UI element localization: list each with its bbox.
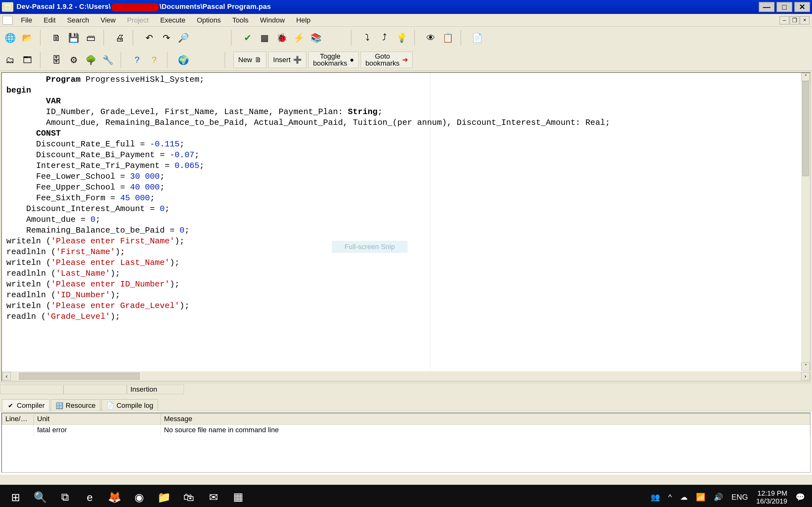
explorer-app[interactable]: 📁 <box>152 486 176 507</box>
mdi-minimize-button[interactable]: – <box>780 16 789 24</box>
tab-resource[interactable]: 🔡Resource <box>51 399 100 411</box>
store-app[interactable]: 🛍 <box>176 486 201 507</box>
menu-view[interactable]: View <box>95 14 121 26</box>
maximize-button[interactable]: □ <box>776 2 792 12</box>
message-row[interactable]: fatal errorNo source file name in comman… <box>2 425 810 436</box>
wifi-icon[interactable]: 📶 <box>696 493 705 502</box>
class-browser-icon[interactable]: 🗄 <box>49 52 64 67</box>
mail-app[interactable]: ✉ <box>201 486 226 507</box>
step-into-icon[interactable]: ⤴ <box>377 30 392 45</box>
menu-options[interactable]: Options <box>191 14 226 26</box>
undo-icon[interactable]: ↶ <box>142 30 157 45</box>
editor-workspace: Program ProgressiveHiSkl_System;begin VA… <box>0 71 812 383</box>
onedrive-icon[interactable]: ☁ <box>680 493 688 502</box>
compile-icon[interactable]: ✔ <box>240 30 255 45</box>
step-over-icon[interactable]: ⤵ <box>360 30 375 45</box>
mdi-restore-button[interactable]: ❐ <box>790 16 799 24</box>
messages-panel: Line/…UnitMessage fatal errorNo source f… <box>1 412 811 473</box>
tree-icon[interactable]: 🌳 <box>83 52 98 67</box>
search-button[interactable]: 🔍 <box>28 486 53 507</box>
tab-compile-log[interactable]: 📄Compile log <box>101 399 158 411</box>
edge-app[interactable]: e <box>78 486 102 507</box>
tools-icon[interactable]: 🔧 <box>100 52 115 67</box>
people-icon[interactable]: 👥 <box>651 493 660 502</box>
toggle-project-icon[interactable]: 🗂 <box>3 52 18 67</box>
output-icon[interactable]: 📄 <box>469 30 485 45</box>
insert-button[interactable]: Insert➕ <box>268 52 306 68</box>
watch-icon[interactable]: 👁 <box>423 30 438 45</box>
start-button[interactable]: ⊞ <box>3 486 28 507</box>
tab-compile-log-icon: 📄 <box>106 402 114 409</box>
menu-project: Project <box>121 14 154 26</box>
tip-icon[interactable]: 💡 <box>394 30 409 45</box>
stop-icon[interactable]: 📚 <box>308 30 323 45</box>
taskbar-clock[interactable]: 12:19 PM 16/3/2019 <box>756 489 787 505</box>
menu-edit[interactable]: Edit <box>38 14 61 26</box>
firefox-app[interactable]: 🦊 <box>102 486 127 507</box>
tray-up-icon[interactable]: ^ <box>668 493 672 502</box>
insert-icon: ➕ <box>293 56 302 64</box>
task-view-button[interactable]: ⧉ <box>53 486 78 507</box>
toggle-output-icon[interactable]: 🗔 <box>20 52 35 67</box>
status-strip: Insertion <box>0 383 812 395</box>
status-cell-2 <box>63 385 127 394</box>
menu-file[interactable]: File <box>15 14 38 26</box>
sound-icon[interactable]: 🔊 <box>714 493 723 502</box>
editor-split-line <box>430 73 430 372</box>
scroll-up-icon[interactable]: ˄ <box>802 73 810 81</box>
menu-window[interactable]: Window <box>254 14 291 26</box>
run-icon[interactable]: ▦ <box>257 30 272 45</box>
app-footer-bar <box>0 474 812 485</box>
help-yellow-icon[interactable]: ? <box>147 52 162 67</box>
find-icon[interactable]: 🔎 <box>176 30 191 45</box>
redo-icon[interactable]: ↷ <box>159 30 174 45</box>
new-button[interactable]: New🗎 <box>234 52 266 68</box>
chrome-app[interactable]: ◉ <box>127 486 152 507</box>
debug-icon[interactable]: 🐞 <box>274 30 289 45</box>
menu-help[interactable]: Help <box>291 14 316 26</box>
mdi-close-button[interactable]: × <box>800 16 809 24</box>
hscroll-thumb[interactable] <box>19 373 140 380</box>
tab-resource-icon: 🔡 <box>55 402 63 409</box>
minimize-button[interactable]: — <box>759 2 774 12</box>
toggle-bookmarks-button[interactable]: Toggle bookmarks● <box>308 52 359 68</box>
close-button[interactable]: ✕ <box>794 2 810 12</box>
new-file-icon[interactable]: 🗎 <box>49 30 64 45</box>
tab-compiler[interactable]: ✔Compiler <box>2 399 49 411</box>
new-project-icon[interactable]: 🌐 <box>3 30 18 45</box>
bookmark-goto-icon: ➔ <box>402 56 408 64</box>
notifications-icon[interactable]: 💬 <box>796 493 805 502</box>
help-blue-icon[interactable]: ? <box>130 52 145 67</box>
rebuild-icon[interactable]: ⚡ <box>291 30 306 45</box>
vertical-scrollbar[interactable]: ˄ ˅ <box>801 73 810 371</box>
new-doc-icon: 🗎 <box>255 56 262 64</box>
messages-col-2[interactable]: Message <box>161 413 810 425</box>
title-bar: 🗔 Dev-Pascal 1.9.2 - C:\Users\\Documents… <box>0 0 812 14</box>
horizontal-scrollbar[interactable]: ‹ › <box>2 372 810 381</box>
scroll-left-icon[interactable]: ‹ <box>3 372 11 380</box>
devpascal-app[interactable]: ▦ <box>226 486 251 507</box>
menu-execute[interactable]: Execute <box>154 14 191 26</box>
vscroll-thumb[interactable] <box>802 81 809 176</box>
breakpoints-icon[interactable]: 📋 <box>440 30 455 45</box>
scroll-right-icon[interactable]: › <box>801 372 809 380</box>
status-mode: Insertion <box>127 385 184 394</box>
code-editor[interactable]: Program ProgressiveHiSkl_System;begin VA… <box>2 73 810 372</box>
toolbar-area: 🌐 📂 🗎 💾 🗃 🖨 ↶ ↷ 🔎 ✔ ▦ 🐞 ⚡ 📚 ⤵ ⤴ 💡 👁 📋 📄 … <box>0 26 812 71</box>
options-icon[interactable]: ⚙ <box>66 52 81 67</box>
mdi-system-icon[interactable] <box>3 16 13 25</box>
menu-tools[interactable]: Tools <box>226 14 254 26</box>
save-all-icon[interactable]: 🗃 <box>83 30 98 45</box>
messages-col-1[interactable]: Unit <box>34 413 161 425</box>
save-icon[interactable]: 💾 <box>66 30 81 45</box>
scroll-down-icon[interactable]: ˅ <box>802 362 810 371</box>
app-icon: 🗔 <box>2 2 13 12</box>
web-icon[interactable]: 🌍 <box>176 52 191 67</box>
language-indicator[interactable]: ENG <box>731 493 748 502</box>
menu-search[interactable]: Search <box>61 14 95 26</box>
open-icon[interactable]: 📂 <box>20 30 35 45</box>
goto-bookmarks-button[interactable]: Goto bookmarks➔ <box>361 52 413 68</box>
print-icon[interactable]: 🖨 <box>112 30 128 45</box>
messages-col-0[interactable]: Line/… <box>2 413 34 425</box>
status-cell-1 <box>0 385 63 394</box>
